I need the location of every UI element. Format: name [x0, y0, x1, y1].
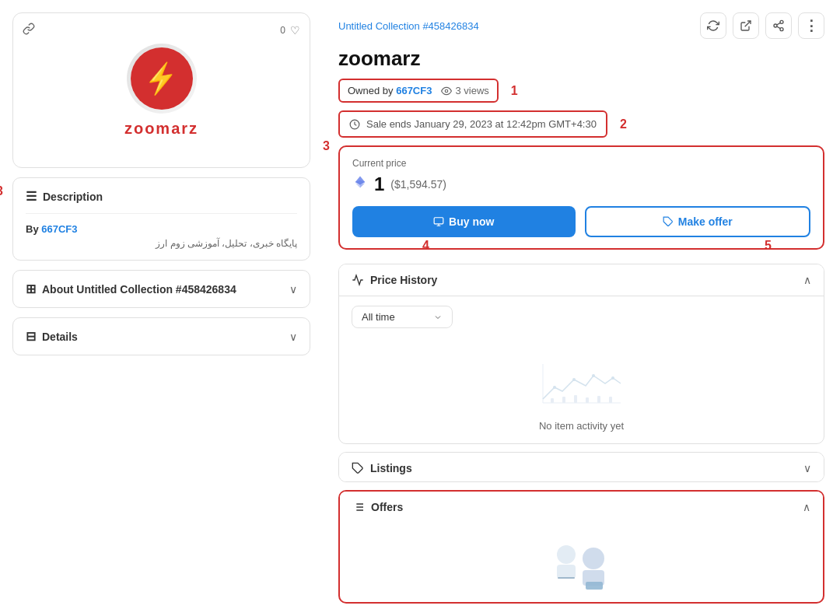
right-panel: Untitled Collection #458426834 ⋮ zo	[323, 0, 840, 616]
svg-rect-8	[434, 218, 443, 224]
about-icon: ⊞	[26, 282, 36, 296]
description-section: 3 ☰ Description By 667CF3 پایگاه خبری، ت…	[12, 177, 310, 261]
svg-rect-18	[574, 395, 577, 403]
more-button[interactable]: ⋮	[798, 12, 824, 39]
time-filter-select[interactable]: All time	[352, 306, 453, 328]
make-offer-button[interactable]: Make offer	[585, 206, 811, 237]
svg-rect-20	[597, 396, 600, 403]
annotation-1: 1	[511, 84, 518, 98]
svg-line-0	[745, 21, 751, 26]
about-header-left: ⊞ About Untitled Collection #458426834	[26, 282, 236, 296]
sale-ends-row: Sale ends January 29, 2023 at 12:42pm GM…	[338, 110, 607, 138]
svg-point-6	[446, 89, 449, 93]
details-icon: ⊟	[26, 329, 36, 344]
svg-point-15	[611, 376, 614, 380]
refresh-button[interactable]	[700, 12, 726, 39]
owned-row-container: Owned by 667CF3 3 views 1	[338, 79, 824, 103]
nft-image-icons: 0 ♡	[21, 21, 302, 39]
sale-ends-container: Sale ends January 29, 2023 at 12:42pm GM…	[338, 110, 824, 138]
offers-header[interactable]: Offers ∧	[340, 492, 823, 523]
link-icon-button[interactable]	[21, 21, 37, 39]
header-actions: ⋮	[700, 12, 824, 39]
details-header[interactable]: ⊟ Details ∨	[26, 329, 297, 344]
sale-text: Sale ends January 29, 2023 at 12:42pm GM…	[366, 118, 597, 130]
annotation-5: 5	[765, 239, 772, 253]
price-usd: ($1,594.57)	[390, 178, 446, 191]
zero-label: 0	[280, 25, 285, 36]
owned-text: Owned by 667CF3	[348, 85, 432, 96]
price-buttons: Buy now Make offer 4 5	[352, 206, 810, 237]
offers-title: Offers	[371, 501, 403, 513]
svg-rect-16	[551, 398, 554, 403]
price-row: 1 ($1,594.57)	[352, 173, 810, 195]
views-text: 3 views	[441, 85, 488, 96]
svg-rect-30	[557, 565, 576, 579]
details-section: ⊟ Details ∨	[12, 317, 310, 355]
description-content: By 667CF3 پایگاه خبری، تحلیل، آموزشی زوم…	[26, 213, 297, 249]
price-history-chevron: ∧	[803, 274, 811, 286]
eth-icon	[352, 174, 368, 194]
about-title: About Untitled Collection #458426834	[42, 283, 236, 296]
annotation-2: 2	[620, 117, 627, 131]
owned-user[interactable]: 667CF3	[396, 85, 432, 96]
heart-button[interactable]: ♡	[289, 23, 302, 38]
listings-title: Listings	[370, 462, 412, 474]
collection-link[interactable]: Untitled Collection #458426834	[338, 20, 479, 32]
price-history-section: Price History ∧ All time	[338, 264, 824, 444]
details-chevron: ∨	[289, 331, 297, 343]
price-history-title: Price History	[370, 274, 437, 286]
by-user[interactable]: 667CF3	[41, 223, 77, 235]
nft-title: zoomarz	[338, 47, 824, 71]
svg-point-2	[774, 24, 777, 27]
annotation-3: 3	[0, 184, 3, 198]
description-header-left: ☰ Description	[26, 189, 103, 204]
price-value: 1	[374, 173, 384, 195]
listings-header[interactable]: Listings ∨	[339, 453, 824, 482]
logo-text: zoomarz	[124, 120, 198, 138]
price-history-body: All time	[339, 296, 824, 444]
svg-rect-33	[586, 582, 603, 590]
offers-body	[340, 523, 823, 604]
share-button[interactable]	[765, 12, 792, 39]
svg-point-12	[553, 386, 556, 389]
buy-now-button[interactable]: Buy now	[352, 206, 576, 237]
current-price-label: Current price	[352, 158, 810, 169]
price-history-header[interactable]: Price History ∧	[339, 264, 824, 296]
logo-circle: ⚡	[127, 44, 197, 114]
details-header-left: ⊟ Details	[26, 329, 78, 344]
svg-point-13	[572, 378, 576, 381]
description-title: Description	[43, 191, 103, 203]
listings-section: Listings ∨	[338, 452, 824, 482]
left-panel: 0 ♡ ⚡ zoomarz 3 ☰ Description By 667CF3	[0, 0, 323, 616]
about-header[interactable]: ⊞ About Untitled Collection #458426834 ∨	[26, 282, 297, 296]
lightning-icon: ⚡	[142, 59, 182, 97]
svg-rect-17	[562, 397, 565, 403]
description-header[interactable]: ☰ Description	[26, 189, 297, 204]
description-text: پایگاه خبری، تحلیل، آموزشی زوم ارز	[26, 238, 297, 249]
right-icons: 0 ♡	[280, 23, 302, 38]
owned-row: Owned by 667CF3 3 views	[338, 79, 499, 103]
price-card: 3 Current price 1 ($1,594.57) Buy now	[338, 145, 824, 250]
price-history-header-left: Price History	[352, 274, 437, 286]
no-activity-container: No item activity yet	[352, 341, 811, 444]
logo-container: ⚡ zoomarz	[124, 44, 198, 138]
about-chevron: ∨	[289, 283, 297, 296]
svg-line-5	[777, 23, 781, 25]
about-section: ⊞ About Untitled Collection #458426834 ∨	[12, 270, 310, 308]
listings-header-left: Listings	[352, 462, 412, 474]
offers-illustration	[543, 535, 621, 597]
logo-inner: ⚡	[131, 47, 193, 110]
offers-chevron: ∧	[803, 501, 810, 513]
collection-header: Untitled Collection #458426834 ⋮	[338, 12, 824, 39]
svg-line-4	[777, 26, 781, 29]
nft-image-container: 0 ♡ ⚡ zoomarz	[12, 12, 310, 168]
svg-point-14	[592, 374, 595, 377]
external-link-button[interactable]	[733, 12, 759, 39]
svg-rect-19	[586, 397, 589, 403]
annotation-4: 4	[422, 239, 429, 253]
no-activity-text: No item activity yet	[539, 420, 624, 432]
description-icon: ☰	[26, 189, 37, 204]
offers-header-left: Offers	[352, 501, 403, 513]
annotation-3-right: 3	[323, 139, 330, 153]
svg-rect-21	[609, 397, 612, 403]
